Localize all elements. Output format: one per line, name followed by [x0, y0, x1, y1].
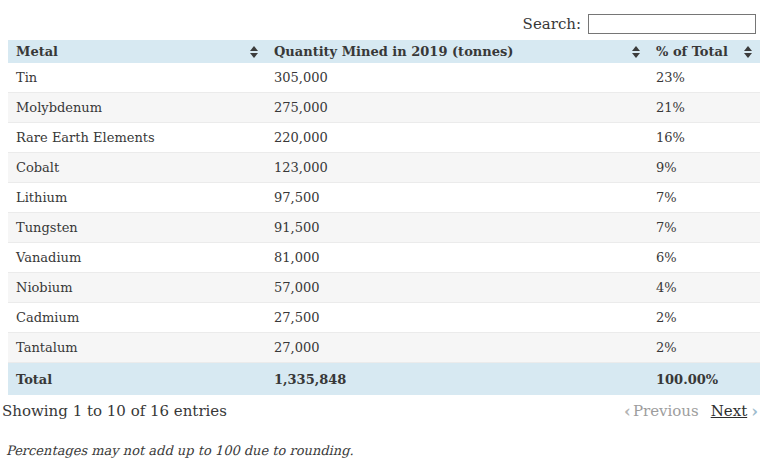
- column-header-metal[interactable]: Metal: [8, 40, 266, 63]
- quantity-cell: 123,000: [266, 153, 648, 183]
- percent-cell: 9%: [648, 153, 760, 183]
- next-button[interactable]: Next: [711, 402, 748, 420]
- percent-cell: 4%: [648, 273, 760, 303]
- footnote: Percentages may not add up to 100 due to…: [6, 443, 768, 458]
- quantity-cell: 220,000: [266, 123, 648, 153]
- percent-cell: 7%: [648, 183, 760, 213]
- column-header-quantity[interactable]: Quantity Mined in 2019 (tonnes): [266, 40, 648, 63]
- total-label-cell: Total: [8, 363, 266, 396]
- quantity-cell: 27,000: [266, 333, 648, 363]
- table-row: Niobium 57,000 4%: [8, 273, 760, 303]
- percent-cell: 16%: [648, 123, 760, 153]
- metal-cell: Niobium: [8, 273, 266, 303]
- page: Search: Metal Quantity Mined in 2019 (to…: [0, 0, 768, 466]
- column-label-metal: Metal: [16, 44, 58, 59]
- percent-cell: 23%: [648, 63, 760, 93]
- data-table: Metal Quantity Mined in 2019 (tonnes) % …: [8, 40, 760, 395]
- percent-cell: 2%: [648, 333, 760, 363]
- table-row: Molybdenum 275,000 21%: [8, 93, 760, 123]
- metal-cell: Cobalt: [8, 153, 266, 183]
- table-row: Rare Earth Elements 220,000 16%: [8, 123, 760, 153]
- total-percent-cell: 100.00%: [648, 363, 760, 396]
- search-bar: Search:: [0, 0, 768, 40]
- table-row: Tantalum 27,000 2%: [8, 333, 760, 363]
- table-row: Lithium 97,500 7%: [8, 183, 760, 213]
- quantity-cell: 91,500: [266, 213, 648, 243]
- quantity-cell: 97,500: [266, 183, 648, 213]
- next-chevron-icon[interactable]: ›: [751, 403, 758, 420]
- entries-info: Showing 1 to 10 of 16 entries: [2, 402, 227, 420]
- sort-icon[interactable]: [744, 46, 752, 58]
- quantity-cell: 305,000: [266, 63, 648, 93]
- metal-cell: Lithium: [8, 183, 266, 213]
- metal-cell: Rare Earth Elements: [8, 123, 266, 153]
- percent-cell: 7%: [648, 213, 760, 243]
- total-quantity-cell: 1,335,848: [266, 363, 648, 396]
- search-label: Search:: [523, 15, 581, 33]
- metal-cell: Cadmium: [8, 303, 266, 333]
- metal-cell: Tin: [8, 63, 266, 93]
- percent-cell: 2%: [648, 303, 760, 333]
- pagination: ‹ Previous Next ›: [624, 402, 758, 420]
- column-label-quantity: Quantity Mined in 2019 (tonnes): [274, 44, 513, 59]
- quantity-cell: 81,000: [266, 243, 648, 273]
- header-row: Metal Quantity Mined in 2019 (tonnes) % …: [8, 40, 760, 63]
- table-row: Tin 305,000 23%: [8, 63, 760, 93]
- table-row: Tungsten 91,500 7%: [8, 213, 760, 243]
- info-bar: Showing 1 to 10 of 16 entries ‹ Previous…: [2, 402, 758, 420]
- previous-button[interactable]: Previous: [633, 402, 699, 420]
- quantity-cell: 27,500: [266, 303, 648, 333]
- column-header-percent[interactable]: % of Total: [648, 40, 760, 63]
- column-label-percent: % of Total: [656, 44, 728, 59]
- table-row: Vanadium 81,000 6%: [8, 243, 760, 273]
- metal-cell: Tantalum: [8, 333, 266, 363]
- table-row: Cadmium 27,500 2%: [8, 303, 760, 333]
- percent-cell: 6%: [648, 243, 760, 273]
- quantity-cell: 57,000: [266, 273, 648, 303]
- table-body: Tin 305,000 23% Molybdenum 275,000 21% R…: [8, 63, 760, 363]
- metal-cell: Molybdenum: [8, 93, 266, 123]
- metal-cell: Vanadium: [8, 243, 266, 273]
- search-input[interactable]: [588, 14, 756, 34]
- quantity-cell: 275,000: [266, 93, 648, 123]
- table-row: Cobalt 123,000 9%: [8, 153, 760, 183]
- total-row: Total 1,335,848 100.00%: [8, 363, 760, 396]
- percent-cell: 21%: [648, 93, 760, 123]
- sort-icon[interactable]: [632, 46, 640, 58]
- sort-icon[interactable]: [250, 46, 258, 58]
- metal-cell: Tungsten: [8, 213, 266, 243]
- previous-chevron-icon[interactable]: ‹: [624, 403, 631, 420]
